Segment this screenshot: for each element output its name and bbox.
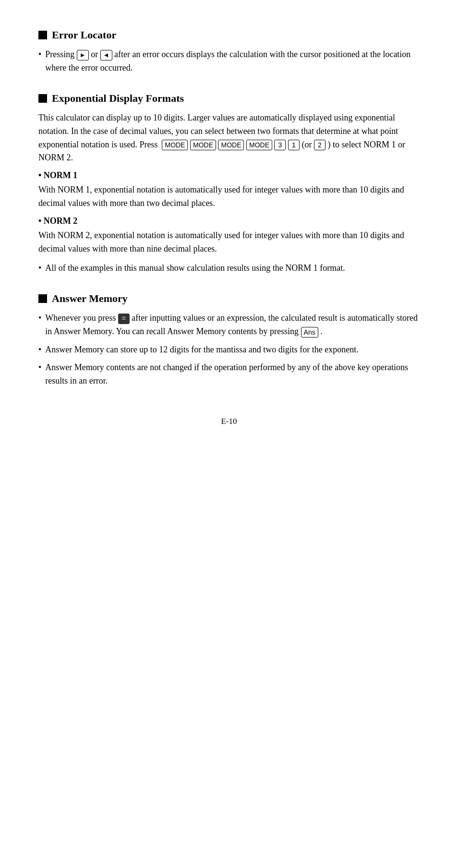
bullet-point: • (38, 262, 41, 275)
answer-memory-bullet1-text: Whenever you press = after inputting val… (45, 312, 420, 338)
pressing-text: Pressing (45, 49, 74, 59)
exponential-display-body: This calculator can display up to 10 dig… (38, 111, 420, 165)
error-locator-section: Error Locator • Pressing ► or ◄ after an… (38, 29, 420, 75)
answer-memory-bullet3: • Answer Memory contents are not changed… (38, 361, 420, 388)
answer-memory-bullet1: • Whenever you press = after inputting v… (38, 312, 420, 338)
norm2-body: With NORM 2, exponential notation is aut… (38, 229, 420, 256)
right-arrow-key: ► (77, 50, 89, 60)
answer-memory-section: Answer Memory • Whenever you press = aft… (38, 292, 420, 388)
black-square-icon (38, 94, 47, 103)
mode-key-2: MODE (190, 140, 216, 150)
error-locator-title: Error Locator (38, 29, 420, 41)
bullet-point: • (38, 343, 41, 357)
black-square-icon (38, 294, 47, 303)
norm2-heading: NORM 2 (38, 216, 420, 226)
error-locator-bullet1: • Pressing ► or ◄ after an error occurs … (38, 48, 420, 75)
mode-key-1: MODE (162, 140, 188, 150)
equals-key: = (118, 313, 130, 324)
answer-memory-title: Answer Memory (38, 292, 420, 305)
answer-memory-bullet3-text: Answer Memory contents are not changed i… (45, 361, 420, 388)
or-text: or (91, 49, 100, 59)
error-locator-text: Pressing ► or ◄ after an error occurs di… (45, 48, 420, 75)
mode-key-4: MODE (246, 140, 272, 150)
key-2: 2 (314, 140, 325, 150)
key-1: 1 (288, 140, 300, 150)
all-examples-bullet: • All of the examples in this manual sho… (38, 262, 420, 275)
ans-key: Ans (301, 327, 318, 338)
mode-key-3: MODE (218, 140, 244, 150)
key-3: 3 (274, 140, 286, 150)
answer-memory-title-text: Answer Memory (52, 292, 128, 305)
page-number: E-10 (38, 417, 420, 426)
bullet-point: • (38, 361, 41, 388)
bullet-point: • (38, 48, 41, 75)
answer-memory-bullet2: • Answer Memory can store up to 12 digit… (38, 343, 420, 357)
answer-memory-bullet2-text: Answer Memory can store up to 12 digits … (45, 343, 358, 357)
exponential-display-title: Exponential Display Formats (38, 92, 420, 105)
all-examples-text: All of the examples in this manual show … (45, 262, 345, 275)
left-arrow-key: ◄ (100, 50, 112, 60)
exponential-display-section: Exponential Display Formats This calcula… (38, 92, 420, 275)
bullet-point: • (38, 312, 41, 338)
black-square-icon (38, 31, 47, 39)
exponential-display-title-text: Exponential Display Formats (52, 92, 184, 105)
norm1-heading: NORM 1 (38, 170, 420, 181)
norm1-body: With NORM 1, exponential notation is aut… (38, 183, 420, 210)
error-locator-title-text: Error Locator (52, 29, 116, 41)
